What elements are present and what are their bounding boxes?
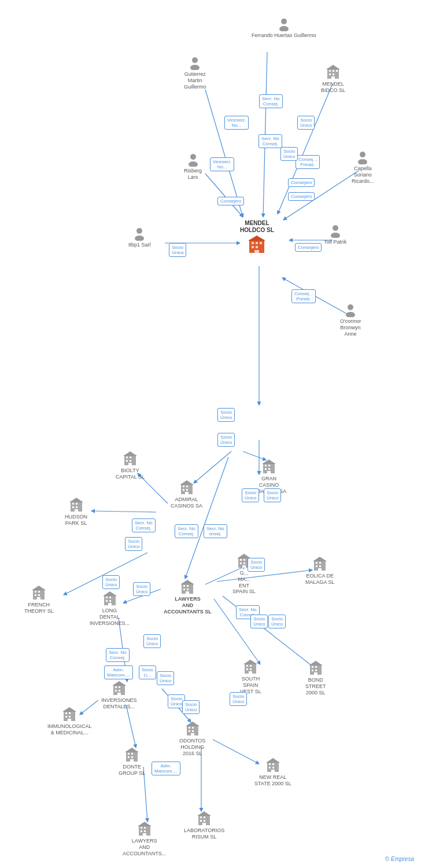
svg-rect-78 [267,471,271,473]
label-admiral: ADMIRALCASINOS SA [171,496,202,509]
node-oconnor: O'connorBronwynAnne [340,302,361,337]
role-secr-no-consej-adm2[interactable]: Secr. NoConsej. [175,524,198,538]
svg-rect-68 [186,486,188,487]
node-laboratorios: LABORATORIOSRISUM SL [184,810,224,840]
svg-rect-132 [312,670,313,671]
role-socio-unico-top2[interactable]: SocioÚnico [217,433,235,447]
arrows-svg [0,0,421,868]
role-socio-unico-south[interactable]: SocioÚnico [230,692,247,706]
building-icon-long-dental [102,590,118,606]
node-8bp1: 8bp1 Sarl [128,226,151,248]
svg-rect-37 [329,73,331,75]
svg-rect-123 [246,665,248,667]
svg-rect-81 [72,503,74,505]
building-icon-new-real [265,757,281,773]
svg-marker-163 [125,748,139,752]
role-secr-no-consej-inv[interactable]: Secr. NoConsej. [106,648,130,662]
role-secr-no-consej-adm1[interactable]: Secr. NoConsej. [132,518,156,532]
role-socio-unico-law3[interactable]: SocioÚnico [250,615,268,628]
role-socio-unico-3[interactable]: SocioÚnica [169,243,186,257]
role-consej-presid-2[interactable]: Consej. ,Presid. [291,289,316,303]
role-socio-unico-gm[interactable]: SocioÚnico [248,558,265,572]
svg-point-42 [189,161,198,167]
svg-line-13 [185,457,228,579]
svg-rect-106 [37,597,40,599]
svg-marker-156 [186,722,200,726]
graph-container: Ferrando Huertas Guillermo GutierrezMart… [0,0,421,868]
role-socio-unico-1[interactable]: SocioÚnico [297,116,315,130]
role-vicesecr-no-2[interactable]: Vicesecr.No... [210,157,234,171]
role-socio-li[interactable]: SocioLi... [139,665,156,679]
node-eolica: EOLICA DEMALAGA SL [305,556,335,586]
role-consejero-3[interactable]: Consejero [217,197,244,205]
svg-marker-107 [32,586,46,590]
svg-marker-79 [262,459,276,464]
label-lawyers-bottom: LAWYERSANDACCOUNTANTS... [123,838,166,856]
svg-rect-133 [315,670,317,671]
svg-rect-182 [144,830,146,832]
svg-rect-131 [315,666,317,668]
svg-rect-96 [319,562,321,564]
svg-rect-127 [249,671,252,674]
svg-rect-162 [130,759,134,762]
role-socio-unico-top1[interactable]: SocioÚnico [217,408,235,422]
label-laboratorios: LABORATORIOSRISUM SL [184,827,224,840]
role-socio-unico-law2[interactable]: SocioÚnico [133,582,150,596]
svg-rect-69 [183,489,184,491]
role-secr-no-consej-adm3[interactable]: Secr. Noonsej. [204,524,227,538]
node-ferrando: Ferrando Huertas Guillermo [252,16,316,39]
svg-rect-38 [333,73,334,75]
label-bond-street: BONDSTREET2000 SL [305,677,326,696]
node-tolf: Tolf Patrik [324,223,347,245]
svg-marker-86 [69,498,83,502]
role-consejero-1[interactable]: Consejero [288,178,315,187]
label-donte-group: DONTEGROUP SL [119,764,145,777]
role-socio-unico-adm[interactable]: SocioÚnico [125,537,142,551]
building-icon-biolty [122,450,138,466]
role-consejero-2[interactable]: Consejero [288,192,315,201]
svg-line-24 [126,705,136,748]
svg-rect-119 [187,589,189,590]
role-socio-unico-law1[interactable]: SocioÚnico [102,575,120,589]
svg-rect-137 [115,686,117,688]
building-icon-south-spain [242,659,258,675]
label-capella: CapellaSorianoRicardo... [352,165,374,184]
node-risberg: RisbergLars [184,152,202,181]
node-admiral: ADMIRALCASINOS SA [171,479,202,509]
svg-rect-176 [202,823,206,825]
svg-rect-154 [192,730,194,732]
role-adm-mancom-inv[interactable]: Adm.Mancom.... [104,665,133,679]
label-new-real-state: NEW REALSTATE 2000 SL [254,774,291,787]
role-adm-mancom-donte[interactable]: Adm.Mancom.... [152,762,180,775]
person-icon-ferrando [276,16,291,31]
svg-rect-85 [75,509,78,512]
svg-rect-147 [69,716,71,718]
role-secr-no-consej-2[interactable]: Secr. NoConsej. [258,134,282,148]
label-biolty: BIOLTYCAPITAL SL [116,468,145,480]
svg-point-32 [190,65,200,70]
svg-line-15 [91,511,156,512]
svg-rect-159 [131,753,133,755]
role-socio-unico-inv[interactable]: SocioÚnico [143,634,161,648]
role-consejero-4[interactable]: Consejero [295,243,322,252]
person-icon-gutierrez [187,55,202,70]
building-icon-laboratorios [196,810,212,826]
role-socio-unico-gran1[interactable]: SocioÚnico [242,488,259,502]
role-socio-unico-inv2[interactable]: SocioÚnico [157,671,174,685]
node-south-spain: SOUTHSPAINVEST SL [240,659,261,694]
svg-rect-181 [141,830,142,832]
role-socio-unico-2[interactable]: SocioÚnico [280,147,298,161]
role-socio-unico-law4[interactable]: SocioÚnico [268,615,286,628]
svg-rect-126 [250,668,252,670]
role-consej-presid-1[interactable]: Consej. ,Presid. [296,155,320,169]
building-icon-mendel-bidco [325,64,341,80]
node-new-real-state: NEW REALSTATE 2000 SL [254,757,291,787]
role-socio-unico-gran2[interactable]: SocioÚnico [264,488,281,502]
svg-rect-83 [72,506,74,508]
role-socio-unico-odon2[interactable]: SocioÚnico [182,700,200,714]
role-secr-no-consej-1[interactable]: Secr. NoConsej. [259,94,283,108]
role-vicesecr-no-1[interactable]: Vicesecr.No... [224,116,249,130]
svg-rect-84 [76,506,77,508]
building-icon-gran-casino [261,458,277,475]
svg-point-54 [135,236,144,241]
